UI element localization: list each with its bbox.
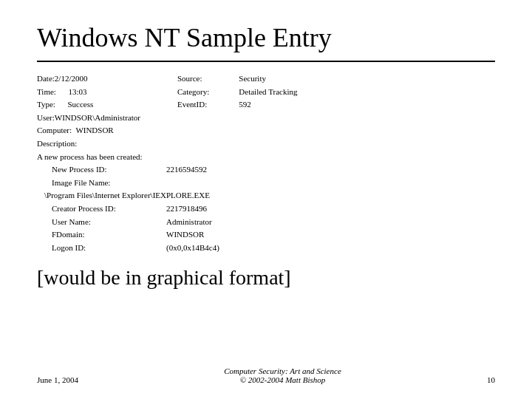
source-label: Source: [177,74,202,83]
new-process-id-label: New Process ID: [52,163,166,177]
footer-book-title: Computer Security: Art and Science [224,366,341,375]
eventid-label: EventID: [177,100,207,109]
logon-id-value: (0x0,0x14B4c4) [166,242,219,255]
description-section: Description: A new process has been crea… [37,137,495,254]
date-label: Date: [37,74,55,83]
category-value: Detailed Tracking [239,87,297,96]
graphical-format-text: [would be in graphical format] [37,266,495,290]
source-value: Security [239,74,266,83]
desc-line1: A new process has been created: [37,151,495,164]
fdomain-label: FDomain: [52,228,166,242]
category-label: Category: [177,87,209,96]
user-name-value: Administrator [166,216,212,229]
fdomain-value: WINDSOR [166,228,204,242]
image-file-path: \Program Files\Internet Explorer\IEXPLOR… [37,189,495,202]
meta-section: Date:2/12/2000 Time: 13:03 Type: Success… [37,72,495,137]
logon-id-label: Logon ID: [52,242,166,255]
computer-label: Computer: [37,126,72,134]
user-label: User: [37,113,55,122]
computer-value: WINDSOR [75,126,113,134]
slide-container: Windows NT Sample Entry Date:2/12/2000 T… [0,0,532,399]
title-divider [37,61,495,62]
footer-center: Computer Security: Art and Science © 200… [224,366,341,384]
footer-date: June 1, 2004 [37,375,78,384]
creator-process-label: Creator Process ID: [52,202,166,216]
desc-header: Description: [37,137,495,151]
user-name-label: User Name: [52,216,166,229]
slide-title: Windows NT Sample Entry [37,22,495,53]
creator-process-value: 2217918496 [166,202,207,216]
type-label: Type: [37,100,55,109]
footer-copyright: © 2002-2004 Matt Bishop [224,375,341,384]
time-value: 13:03 [68,87,86,96]
user-value: WINDSOR\Administrator [55,113,140,122]
type-value: Success [67,100,93,109]
eventid-value: 592 [239,100,251,109]
time-label: Time: [37,87,56,96]
image-file-label: Image File Name: [52,177,166,190]
date-value: 2/12/2000 [55,74,88,83]
footer-page-number: 10 [487,375,495,384]
footer: June 1, 2004 Computer Security: Art and … [37,359,495,384]
new-process-id-value: 2216594592 [166,163,207,177]
